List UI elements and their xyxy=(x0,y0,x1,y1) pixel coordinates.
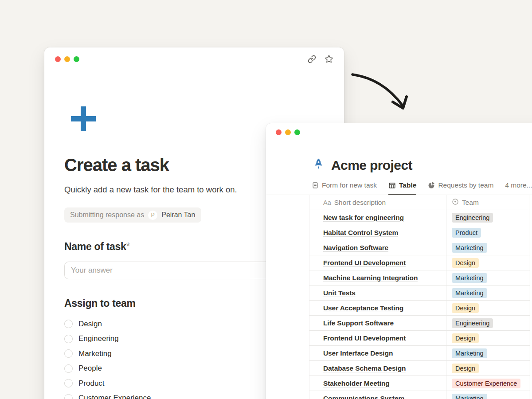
radio-option-label: Engineering xyxy=(78,334,119,343)
table-row[interactable]: Communications System Marketing xyxy=(309,391,530,399)
required-asterisk: * xyxy=(126,241,130,252)
table-row[interactable]: Unit Tests Marketing xyxy=(309,286,530,301)
team-tag[interactable]: Engineering xyxy=(452,213,493,223)
radio-option-label: Marketing xyxy=(78,349,112,358)
radio-button-icon[interactable] xyxy=(64,335,73,343)
user-name: Peiran Tan xyxy=(161,211,195,219)
task-description-cell[interactable]: Stakeholder Meeting xyxy=(323,379,390,387)
table-icon xyxy=(388,182,396,189)
table-row[interactable]: Stakeholder Meeting Customer Experience xyxy=(309,376,530,391)
window-titlebar xyxy=(44,47,344,63)
curved-arrow xyxy=(346,66,417,117)
close-window-button[interactable] xyxy=(276,129,282,135)
radio-button-icon[interactable] xyxy=(64,364,73,373)
task-description-cell[interactable]: Navigation Software xyxy=(323,244,388,252)
table-row[interactable]: Navigation Software Marketing xyxy=(309,240,530,255)
pie-chart-icon xyxy=(428,182,435,189)
table-window: Acme project Form for new task xyxy=(266,123,532,399)
table-row[interactable]: New task for engineering Engineering xyxy=(309,210,530,225)
table-row[interactable]: Life Support Software Engineering xyxy=(309,316,530,331)
star-icon[interactable] xyxy=(325,55,333,63)
radio-button-icon[interactable] xyxy=(64,320,73,328)
team-tag[interactable]: Design xyxy=(452,333,479,343)
radio-option-label: Product xyxy=(78,379,105,388)
team-tag[interactable]: Design xyxy=(452,258,479,268)
select-property-icon xyxy=(452,198,459,207)
avatar: P xyxy=(148,211,157,220)
team-tag[interactable]: Design xyxy=(452,364,479,373)
zoom-window-button[interactable] xyxy=(294,129,300,135)
tab-more-views[interactable]: 4 more... xyxy=(505,181,532,195)
text-property-icon: Aa xyxy=(323,199,331,206)
team-tag[interactable]: Marketing xyxy=(452,243,487,253)
team-tag[interactable]: Marketing xyxy=(452,394,487,399)
team-tag[interactable]: Customer Experience xyxy=(452,379,520,388)
team-tag[interactable]: Product xyxy=(452,228,481,238)
submitting-as-label: Submitting response as xyxy=(70,211,144,219)
table-row[interactable]: User Acceptance Testing Design xyxy=(309,301,530,316)
radio-button-icon[interactable] xyxy=(64,394,73,399)
table-row[interactable]: Database Schema Design Design xyxy=(309,361,530,376)
tab-table[interactable]: Table xyxy=(388,181,416,195)
column-header-team[interactable]: Team xyxy=(446,195,529,210)
view-tabs: Form for new task Table Req xyxy=(312,181,532,195)
table-row[interactable]: Habitat Control System Product xyxy=(309,225,530,240)
radio-button-icon[interactable] xyxy=(64,349,73,358)
link-icon[interactable] xyxy=(308,55,316,63)
database-table: Aa Short description Team New task for e… xyxy=(309,195,530,399)
plus-icon xyxy=(71,106,96,131)
tab-form-for-new-task[interactable]: Form for new task xyxy=(312,181,377,195)
form-icon xyxy=(312,182,319,189)
traffic-lights[interactable] xyxy=(55,56,79,62)
zoom-window-button[interactable] xyxy=(74,56,79,62)
minimize-window-button[interactable] xyxy=(285,129,291,135)
page-title: Acme project xyxy=(331,157,412,173)
column-header-short-description[interactable]: Aa Short description xyxy=(309,195,446,210)
task-description-cell[interactable]: Life Support Software xyxy=(323,319,394,327)
team-tag[interactable]: Marketing xyxy=(452,273,487,283)
task-description-cell[interactable]: Communications System xyxy=(323,395,404,399)
submitting-as-pill: Submitting response as P Peiran Tan xyxy=(64,207,201,223)
table-row[interactable]: Machine Learning Integration Marketing xyxy=(309,270,530,286)
task-description-cell[interactable]: Unit Tests xyxy=(323,289,356,297)
task-description-cell[interactable]: Machine Learning Integration xyxy=(323,274,418,282)
rocket-icon xyxy=(313,158,325,173)
tab-requests-by-team[interactable]: Requests by team xyxy=(428,181,493,195)
task-description-cell[interactable]: Frontend UI Development xyxy=(323,259,406,267)
radio-button-icon[interactable] xyxy=(64,379,73,387)
radio-option-label: Design xyxy=(78,320,102,329)
team-tag[interactable]: Marketing xyxy=(452,348,487,358)
close-window-button[interactable] xyxy=(55,56,61,62)
team-tag[interactable]: Engineering xyxy=(452,318,493,328)
table-header-row: Aa Short description Team xyxy=(309,195,530,210)
table-row[interactable]: User Interface Design Marketing xyxy=(309,346,530,361)
task-description-cell[interactable]: User Interface Design xyxy=(323,349,393,357)
traffic-lights[interactable] xyxy=(276,129,532,135)
table-row[interactable]: Frontend UI Development Design xyxy=(309,331,530,346)
radio-option-label: Customer Experience xyxy=(78,394,151,399)
minimize-window-button[interactable] xyxy=(64,56,70,62)
table-row[interactable]: Frontend UI Development Design xyxy=(309,255,530,270)
team-tag[interactable]: Design xyxy=(452,303,479,313)
team-tag[interactable]: Marketing xyxy=(452,288,487,298)
window-titlebar xyxy=(266,123,532,135)
radio-option-label: People xyxy=(78,364,102,373)
task-description-cell[interactable]: Database Schema Design xyxy=(323,364,406,372)
task-description-cell[interactable]: Habitat Control System xyxy=(323,229,398,237)
task-description-cell[interactable]: Frontend UI Development xyxy=(323,334,406,342)
task-description-cell[interactable]: New task for engineering xyxy=(323,214,404,222)
task-description-cell[interactable]: User Acceptance Testing xyxy=(323,304,403,312)
